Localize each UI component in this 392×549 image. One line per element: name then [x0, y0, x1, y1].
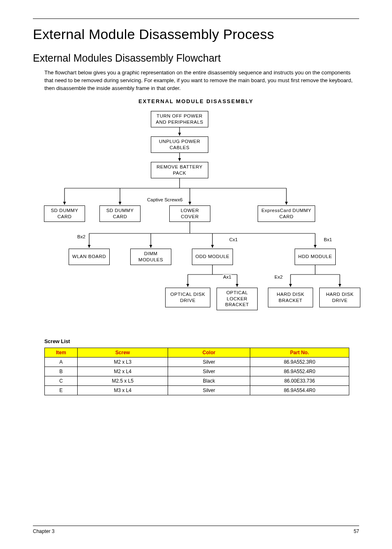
cell-part: 86.9A554.4R0 — [250, 385, 349, 395]
node-sd-dummy-1: SD DUMMY CARD — [44, 205, 85, 222]
label-ex2: Ex2 — [274, 274, 283, 279]
label-cx1: Cx1 — [229, 237, 238, 242]
col-screw: Screw — [78, 348, 168, 357]
node-hdd-bracket: HARD DISK BRACKET — [268, 288, 313, 307]
node-sd-dummy-2: SD DUMMY CARD — [99, 205, 141, 222]
node-hdd-module: HDD MODULE — [295, 249, 336, 265]
label-captive: Captive Screwx6 — [147, 197, 183, 202]
page-title: External Module Disassembly Process — [33, 26, 359, 42]
label-bx2: Bx2 — [77, 234, 86, 239]
node-unplug: UNPLUG POWER CABLES — [151, 136, 208, 153]
cell-color: Silver — [168, 385, 250, 395]
cell-color: Silver — [168, 367, 250, 376]
footer-chapter: Chapter 3 — [33, 528, 55, 534]
table-header-row: Item Screw Color Part No. — [45, 348, 349, 357]
col-color: Color — [168, 348, 250, 357]
cell-part: 86.00E33.736 — [250, 376, 349, 385]
node-battery: REMOVE BATTERY PACK — [151, 162, 208, 178]
node-optical-bracket: OPTICAL LOCKER BRACKET — [217, 288, 258, 310]
diagram-title: EXTERNAL MODULE DISASSEMBLY — [33, 98, 359, 104]
cell-item: C — [45, 376, 78, 385]
cell-color: Silver — [168, 357, 250, 367]
top-rule — [33, 18, 359, 19]
cell-screw: M2 x L4 — [78, 367, 168, 376]
node-dimm: DIMM MODULES — [130, 249, 171, 265]
col-item: Item — [45, 348, 78, 357]
footer-page-number: 57 — [354, 528, 359, 534]
flowchart-diagram: TURN OFF POWER AND PERIPHERALS UNPLUG PO… — [36, 110, 356, 328]
cell-item: E — [45, 385, 78, 395]
cell-item: B — [45, 367, 78, 376]
node-hdd-drive: HARD DISK DRIVE — [319, 288, 360, 307]
node-odd-module: ODD MODULE — [192, 249, 233, 265]
screw-table: Item Screw Color Part No. A M2 x L3 Silv… — [44, 348, 349, 395]
label-bx1: Bx1 — [323, 237, 332, 242]
table-row: C M2.5 x L5 Black 86.00E33.736 — [45, 376, 349, 385]
section-title: External Modules Disassembly Flowchart — [33, 52, 359, 64]
screw-list-heading: Screw List — [44, 339, 359, 344]
cell-part: 86.9A552.4R0 — [250, 367, 349, 376]
cell-item: A — [45, 357, 78, 367]
cell-color: Black — [168, 376, 250, 385]
node-express-dummy: ExpressCard DUMMY CARD — [258, 205, 315, 222]
cell-screw: M3 x L4 — [78, 385, 168, 395]
intro-paragraph: The flowchart below gives you a graphic … — [44, 69, 359, 92]
node-optical-drive: OPTICAL DISK DRIVE — [165, 288, 210, 307]
cell-screw: M2 x L3 — [78, 357, 168, 367]
page-footer: Chapter 3 57 — [33, 526, 359, 534]
table-row: B M2 x L4 Silver 86.9A552.4R0 — [45, 367, 349, 376]
node-lower-cover: LOWER COVER — [169, 205, 210, 222]
cell-part: 86.9A552.3R0 — [250, 357, 349, 367]
node-wlan: WLAN BOARD — [69, 249, 110, 265]
col-part: Part No. — [250, 348, 349, 357]
table-row: A M2 x L3 Silver 86.9A552.3R0 — [45, 357, 349, 367]
node-power-off: TURN OFF POWER AND PERIPHERALS — [151, 111, 208, 127]
cell-screw: M2.5 x L5 — [78, 376, 168, 385]
table-row: E M3 x L4 Silver 86.9A554.4R0 — [45, 385, 349, 395]
label-ax1: Ax1 — [223, 274, 232, 279]
